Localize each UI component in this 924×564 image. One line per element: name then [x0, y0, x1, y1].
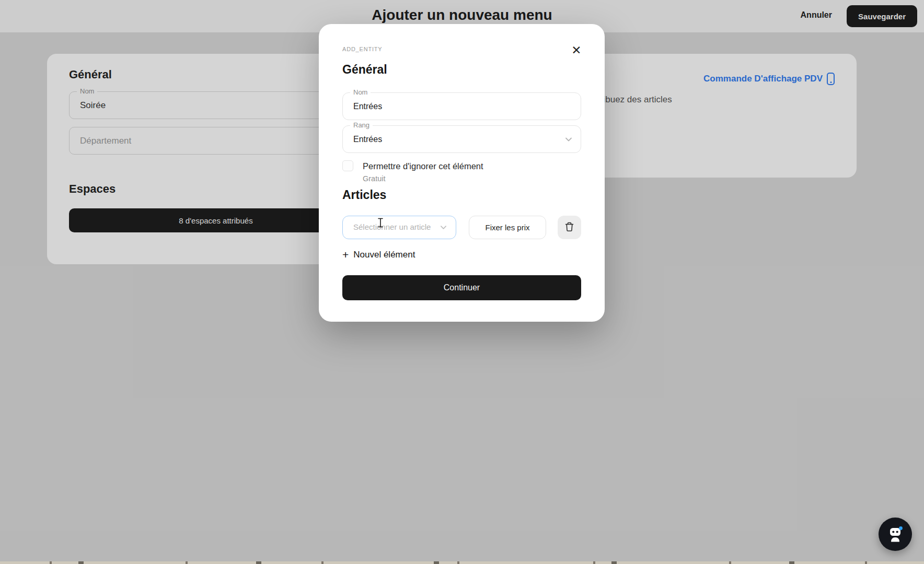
new-item-label: Nouvel élément	[353, 250, 415, 260]
app-screen: Ajouter un nouveau menu Annuler Sauvegar…	[0, 0, 924, 564]
skip-item-checkbox[interactable]	[342, 160, 353, 171]
continue-button[interactable]: Continuer	[342, 275, 581, 300]
chevron-down-icon	[565, 136, 572, 143]
delete-item-button[interactable]	[558, 216, 581, 239]
article-select[interactable]: Sélectionner un article	[342, 216, 456, 239]
robot-icon	[885, 523, 906, 546]
article-item-row: Sélectionner un article Fixer les prix	[342, 216, 581, 239]
entity-name-field[interactable]: Nom Entrées	[342, 92, 581, 120]
skip-item-sublabel: Gratuit	[363, 174, 386, 183]
new-item-button[interactable]: + Nouvel élément	[342, 250, 415, 260]
modal-articles-heading: Articles	[342, 188, 386, 202]
skip-item-row: Permettre d'ignorer cet élément	[342, 160, 483, 172]
trash-icon	[565, 222, 574, 233]
close-icon[interactable]: ✕	[568, 42, 585, 58]
entity-rank-value: Entrées	[353, 126, 382, 152]
fix-prices-button[interactable]: Fixer les prix	[469, 216, 546, 239]
chevron-down-icon	[440, 224, 447, 231]
modal-eyebrow: ADD_ENTITY	[342, 46, 382, 52]
modal-general-heading: Général	[342, 63, 387, 77]
skip-item-label: Permettre d'ignorer cet élément	[363, 160, 483, 172]
article-select-placeholder: Sélectionner un article	[353, 216, 431, 238]
entity-name-value: Entrées	[353, 93, 382, 120]
plus-icon: +	[342, 250, 349, 260]
chat-support-button[interactable]	[879, 518, 912, 551]
entity-rank-select[interactable]: Rang Entrées	[342, 125, 581, 153]
add-entity-modal: ADD_ENTITY ✕ Général Nom Entrées Rang En…	[319, 24, 605, 322]
